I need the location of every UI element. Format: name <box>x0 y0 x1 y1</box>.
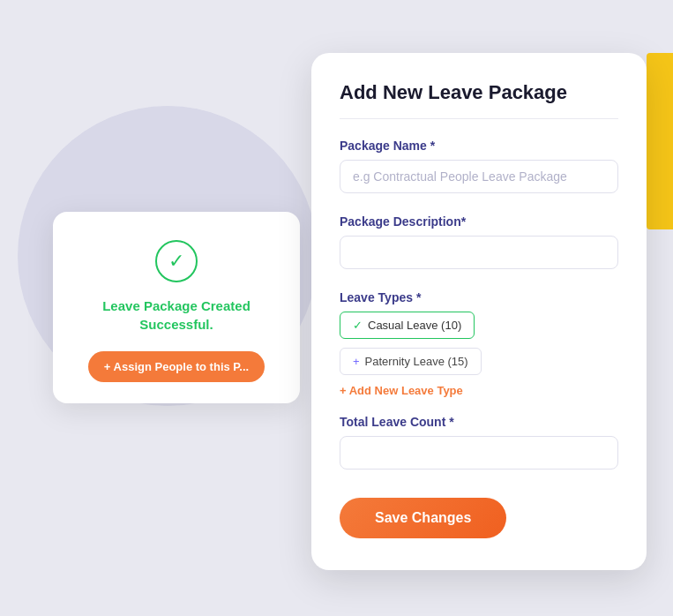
success-message: Leave Package Created Successful. <box>74 297 279 334</box>
total-leave-count-label: Total Leave Count * <box>340 415 618 429</box>
package-description-label: Package Description* <box>340 214 618 229</box>
package-name-input[interactable] <box>340 160 618 193</box>
form-divider <box>340 118 618 119</box>
casual-leave-label: Casual Leave (10) <box>368 319 461 332</box>
check-icon: ✓ <box>353 319 363 332</box>
leave-type-casual[interactable]: ✓ Casual Leave (10) <box>340 312 475 339</box>
plus-icon: + <box>353 355 360 368</box>
add-leave-type-button[interactable]: + Add New Leave Type <box>340 384 463 397</box>
paternity-leave-label: Paternity Leave (15) <box>365 355 468 368</box>
leave-types-field: Leave Types * ✓ Casual Leave (10) + Pate… <box>340 290 618 397</box>
package-name-label: Package Name * <box>340 139 618 153</box>
package-description-input[interactable] <box>340 236 618 269</box>
package-name-field: Package Name * <box>340 139 618 211</box>
success-icon: ✓ <box>155 240 198 282</box>
total-leave-count-input[interactable] <box>340 436 618 470</box>
leave-types-label: Leave Types * <box>340 290 618 304</box>
leave-type-paternity[interactable]: + Paternity Leave (15) <box>340 348 482 375</box>
success-card: ✓ Leave Package Created Successful. + As… <box>53 212 300 403</box>
total-leave-count-field: Total Leave Count * <box>340 415 618 487</box>
add-leave-package-form: Add New Leave Package Package Name * Pac… <box>311 53 647 570</box>
save-changes-button[interactable]: Save Changes <box>340 498 506 538</box>
form-title: Add New Leave Package <box>340 81 618 104</box>
decorative-yellow-bar <box>647 53 673 229</box>
leave-types-row: ✓ Casual Leave (10) + Paternity Leave (1… <box>340 312 618 375</box>
assign-people-button[interactable]: + Assign People to this P... <box>88 351 265 382</box>
package-description-field: Package Description* <box>340 214 618 287</box>
